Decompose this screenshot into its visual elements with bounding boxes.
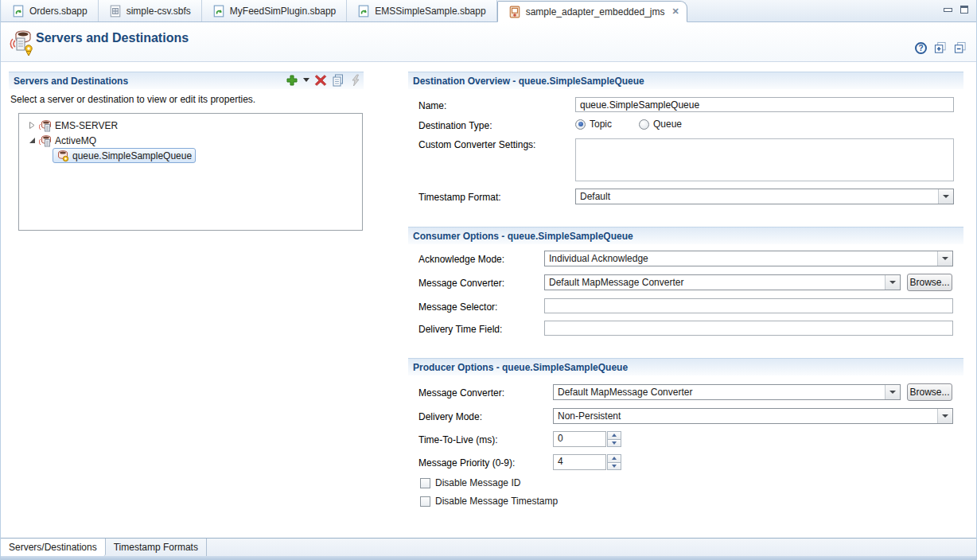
close-tab-icon[interactable]: ✕ bbox=[671, 6, 679, 17]
message-selector-label: Message Selector: bbox=[418, 301, 497, 313]
name-input[interactable] bbox=[575, 97, 954, 112]
tree-item-ems-server[interactable]: EMS-SERVER bbox=[19, 118, 362, 133]
acknowledge-mode-value: Individual Acknowledge bbox=[545, 251, 937, 266]
consumer-options-section: Consumer Options - queue.SimpleSampleQue… bbox=[408, 227, 963, 358]
disable-message-id-label: Disable Message ID bbox=[435, 477, 520, 488]
name-label: Name: bbox=[418, 100, 446, 111]
dropdown-arrow-icon[interactable] bbox=[937, 409, 952, 423]
consumer-message-converter-dropdown[interactable]: Default MapMessage Converter bbox=[544, 274, 901, 290]
time-to-live-value[interactable]: 0 bbox=[553, 431, 606, 447]
expander-expanded-icon[interactable] bbox=[29, 137, 36, 144]
tree-item-label: ActiveMQ bbox=[55, 135, 96, 146]
test-connection-lightning-icon[interactable] bbox=[349, 74, 362, 87]
tab-timestamp-formats[interactable]: Timestamp Formats bbox=[106, 539, 207, 556]
producer-message-converter-label: Message Converter: bbox=[418, 387, 504, 399]
message-priority-stepper[interactable]: 4 bbox=[553, 454, 621, 470]
tab-servers-destinations[interactable]: Servers/Destinations bbox=[1, 539, 106, 556]
producer-options-header: Producer Options - queue.SimpleSampleQue… bbox=[408, 358, 963, 375]
servers-panel-toolbar bbox=[286, 73, 362, 88]
editor-tab-orders[interactable]: Orders.sbapp bbox=[2, 0, 99, 21]
acknowledge-mode-dropdown[interactable]: Individual Acknowledge bbox=[544, 251, 953, 266]
editor-tab-label: simple-csv.sbfs bbox=[127, 6, 191, 17]
custom-converter-settings-label: Custom Converter Settings: bbox=[418, 139, 535, 150]
timestamp-format-dropdown[interactable]: Default bbox=[575, 189, 954, 204]
servers-panel-hint: Select a server or destination to view o… bbox=[10, 94, 255, 105]
custom-converter-settings-textarea[interactable] bbox=[575, 138, 954, 181]
message-selector-input[interactable] bbox=[544, 298, 953, 313]
producer-message-converter-dropdown[interactable]: Default MapMessage Converter bbox=[553, 384, 901, 400]
expand-all-icon[interactable] bbox=[934, 41, 947, 54]
maximize-icon[interactable] bbox=[960, 6, 968, 14]
delivery-mode-value: Non-Persistent bbox=[554, 409, 937, 423]
dropdown-arrow-icon[interactable] bbox=[885, 385, 900, 399]
copy-icon[interactable] bbox=[332, 74, 344, 87]
jms-server-icon bbox=[39, 134, 52, 147]
tree-item-label: EMS-SERVER bbox=[55, 120, 118, 131]
producer-browse-button[interactable]: Browse... bbox=[907, 383, 952, 401]
header-actions: ? bbox=[915, 41, 967, 54]
window-bottom-edge bbox=[1, 556, 976, 560]
consumer-message-converter-value: Default MapMessage Converter bbox=[545, 275, 885, 290]
dropdown-arrow-icon[interactable] bbox=[937, 251, 952, 266]
tree-selected-item[interactable]: queue.SimpleSampleQueue bbox=[53, 148, 196, 163]
tree-item-label: queue.SimpleSampleQueue bbox=[72, 150, 192, 161]
disable-message-id-checkbox[interactable] bbox=[420, 478, 430, 488]
jms-servers-icon bbox=[8, 28, 35, 56]
delivery-mode-label: Delivery Mode: bbox=[418, 411, 482, 422]
editor-tab-simple-csv[interactable]: simple-csv.sbfs bbox=[99, 0, 202, 21]
expander-collapsed-icon[interactable] bbox=[29, 122, 36, 129]
producer-options-section: Producer Options - queue.SimpleSampleQue… bbox=[408, 358, 963, 517]
consumer-message-converter-label: Message Converter: bbox=[418, 278, 504, 289]
view-window-buttons bbox=[944, 6, 976, 20]
time-to-live-stepper[interactable]: 0 bbox=[553, 431, 621, 447]
dropdown-arrow-icon[interactable] bbox=[938, 189, 953, 204]
disable-message-id-row: Disable Message ID bbox=[420, 477, 520, 488]
queue-radio[interactable] bbox=[639, 119, 649, 130]
dropdown-arrow-icon[interactable] bbox=[885, 275, 900, 290]
servers-tree: EMS-SERVER ActiveMQ queue.SimpleSampleQu… bbox=[18, 113, 363, 231]
spin-down-icon[interactable] bbox=[607, 462, 621, 471]
tree-item-queue-simplesamplequeue[interactable]: queue.SimpleSampleQueue bbox=[19, 148, 362, 163]
page-header: Servers and Destinations ? bbox=[1, 22, 976, 62]
consumer-browse-button[interactable]: Browse... bbox=[907, 274, 952, 291]
time-to-live-label: Time-To-Live (ms): bbox=[418, 434, 498, 445]
editor-tab-label: EMSSimpleSample.sbapp bbox=[375, 6, 485, 17]
help-icon[interactable]: ? bbox=[915, 42, 927, 54]
spin-down-icon[interactable] bbox=[607, 439, 621, 448]
editor-tab-myfeedsimplugin[interactable]: MyFeedSimPlugin.sbapp bbox=[202, 0, 347, 21]
producer-options-title: Producer Options - queue.SimpleSampleQue… bbox=[413, 362, 628, 373]
editor-tab-label: Orders.sbapp bbox=[29, 6, 88, 17]
delivery-time-field-input[interactable] bbox=[544, 321, 953, 336]
collapse-all-icon[interactable] bbox=[954, 41, 967, 54]
sbfs-file-icon bbox=[109, 5, 122, 18]
destination-type-label: Destination Type: bbox=[418, 120, 492, 131]
editor-tab-sample-adapter-embedded-jms[interactable]: sample_adapter_embedded_jms ✕ bbox=[497, 1, 687, 22]
editor-tab-emssimplesample[interactable]: EMSSimpleSample.sbapp bbox=[347, 0, 496, 21]
delete-icon[interactable] bbox=[314, 74, 327, 87]
message-priority-value[interactable]: 4 bbox=[553, 454, 606, 470]
page-title: Servers and Destinations bbox=[36, 31, 189, 45]
destination-overview-section: Destination Overview - queue.SimpleSampl… bbox=[408, 72, 963, 227]
editor-tab-bar: Orders.sbapp simple-csv.sbfs MyFeedSimPl… bbox=[1, 0, 976, 22]
servers-panel-title: Servers and Destinations bbox=[14, 76, 128, 87]
topic-radio[interactable] bbox=[575, 119, 586, 130]
minimize-icon[interactable] bbox=[944, 8, 952, 12]
editor-tab-label: sample_adapter_embedded_jms bbox=[526, 6, 665, 18]
producer-message-converter-value: Default MapMessage Converter bbox=[554, 385, 885, 399]
destination-overview-title: Destination Overview - queue.SimpleSampl… bbox=[413, 76, 644, 87]
consumer-options-title: Consumer Options - queue.SimpleSampleQue… bbox=[413, 231, 633, 242]
timestamp-format-value: Default bbox=[576, 189, 938, 204]
consumer-options-header: Consumer Options - queue.SimpleSampleQue… bbox=[408, 227, 963, 244]
timestamp-format-label: Timestamp Format: bbox=[418, 192, 501, 203]
bottom-tab-bar: Servers/Destinations Timestamp Formats bbox=[1, 538, 976, 556]
add-menu-arrow-icon[interactable] bbox=[303, 78, 309, 83]
disable-message-timestamp-checkbox[interactable] bbox=[420, 496, 430, 507]
disable-message-timestamp-row: Disable Message Timestamp bbox=[420, 496, 558, 507]
jms-destination-icon bbox=[56, 150, 69, 162]
add-icon[interactable] bbox=[286, 74, 298, 87]
disable-message-timestamp-label: Disable Message Timestamp bbox=[435, 496, 558, 507]
acknowledge-mode-label: Acknowledge Mode: bbox=[418, 254, 504, 265]
tree-item-activemq[interactable]: ActiveMQ bbox=[19, 133, 362, 148]
delivery-mode-dropdown[interactable]: Non-Persistent bbox=[553, 408, 953, 424]
sbapp-file-icon bbox=[357, 5, 370, 18]
